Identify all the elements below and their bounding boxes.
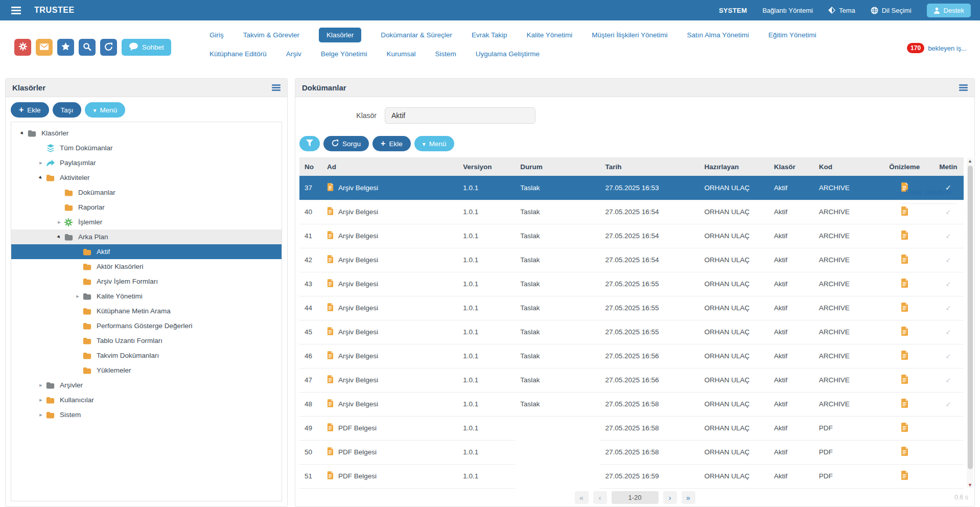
preview-document-icon[interactable] — [901, 474, 908, 481]
expand-toggle-icon[interactable]: ▸ — [73, 293, 83, 299]
document-row-50[interactable]: 50PDF Belgesi1.0.1Onay Bekliyor27.05.202… — [299, 440, 964, 464]
tab-kurumsal[interactable]: Kurumsal — [386, 50, 415, 58]
page-last-button[interactable]: » — [682, 491, 695, 504]
messages-button[interactable] — [36, 39, 53, 56]
filter-button[interactable] — [299, 136, 320, 151]
column-header-hazırlayan[interactable]: Hazırlayan — [699, 157, 769, 176]
tab-satın-alma-yönetimi[interactable]: Satın Alma Yönetimi — [687, 31, 749, 39]
language-link[interactable]: Dil Seçimi — [871, 7, 912, 14]
tab-kalite-yönetimi[interactable]: Kalite Yönetimi — [526, 31, 572, 39]
query-button[interactable]: Sorgu — [323, 136, 369, 151]
scrollbar-thumb[interactable] — [968, 166, 973, 469]
tree-node-klasörler[interactable]: ▸Klasörler — [11, 126, 282, 141]
document-row-43[interactable]: 43Arşiv Belgesi1.0.1Taslak27.05.2025 16:… — [299, 272, 964, 296]
document-row-46[interactable]: 46Arşiv Belgesi1.0.1Taslak27.05.2025 16:… — [299, 344, 964, 368]
current-user[interactable]: SYSTEM — [719, 7, 747, 14]
expand-toggle-icon[interactable]: ▸ — [36, 397, 46, 403]
tree-node-kullanıcılar[interactable]: ▸Kullanıcılar — [11, 393, 282, 407]
chat-button[interactable]: Sohbet — [122, 39, 171, 56]
document-row-49[interactable]: 49PDF Belgesi1.0.1Onay Bekliyor27.05.202… — [299, 416, 964, 440]
collapse-toggle-icon[interactable]: ▸ — [35, 172, 46, 183]
scroll-down-icon[interactable] — [967, 481, 973, 489]
add-document-button[interactable]: Ekle — [372, 136, 411, 151]
document-row-44[interactable]: 44Arşiv Belgesi1.0.1Taslak27.05.2025 16:… — [299, 296, 964, 320]
tab-sistem[interactable]: Sistem — [435, 50, 456, 58]
tab-dokümanlar-süreçler[interactable]: Dokümanlar & Süreçler — [381, 31, 452, 39]
collapse-toggle-icon[interactable]: ▸ — [16, 127, 28, 139]
tab-giriş[interactable]: Giriş — [209, 31, 224, 39]
tree-node-aktör-klasörleri[interactable]: Aktör Klasörleri — [11, 259, 282, 274]
tree-node-tüm-dokümanlar[interactable]: Tüm Dokümanlar — [11, 141, 282, 155]
preview-document-icon[interactable] — [901, 282, 908, 289]
tab-klasörler[interactable]: Klasörler — [319, 28, 361, 42]
tree-node-tablo-uzantı-formları[interactable]: Tablo Uzantı Formları — [11, 333, 282, 348]
tree-node-aktiviteler[interactable]: ▸Aktiviteler — [11, 170, 282, 185]
column-header-önizleme[interactable]: Önizleme — [876, 157, 933, 176]
scroll-up-icon[interactable] — [967, 157, 973, 165]
column-header-versiyon[interactable]: Versiyon — [458, 157, 515, 176]
expand-toggle-icon[interactable]: ▸ — [54, 219, 64, 225]
tab-arşiv[interactable]: Arşiv — [286, 50, 301, 58]
column-header-durum[interactable]: Durum — [515, 157, 600, 176]
move-folder-button[interactable]: Taşı — [53, 102, 82, 118]
column-header-klasör[interactable]: Klasör — [769, 157, 814, 176]
documents-panel-menu-icon[interactable] — [959, 84, 968, 91]
document-row-45[interactable]: 45Arşiv Belgesi1.0.1Taslak27.05.2025 16:… — [299, 320, 964, 344]
tree-node-arka-plan[interactable]: ▸Arka Plan — [11, 229, 282, 244]
refresh-button[interactable] — [100, 39, 117, 56]
tab-müşteri-i-lişkileri-yönetimi[interactable]: Müşteri İlişkileri Yönetimi — [592, 31, 667, 39]
tree-node-paylaşımlar[interactable]: ▸Paylaşımlar — [11, 155, 282, 170]
column-header-tarih[interactable]: Tarih — [600, 157, 699, 176]
document-row-37[interactable]: 37Arşiv Belgesi1.0.1Taslak27.05.2025 16:… — [299, 176, 964, 200]
tree-node-raporlar[interactable]: Raporlar — [11, 200, 282, 215]
page-prev-button[interactable]: ‹ — [593, 491, 607, 504]
collapse-toggle-icon[interactable]: ▸ — [53, 231, 65, 243]
expand-toggle-icon[interactable]: ▸ — [36, 159, 46, 166]
preview-document-icon[interactable] — [901, 330, 908, 337]
document-row-48[interactable]: 48Arşiv Belgesi1.0.1Taslak27.05.2025 16:… — [299, 392, 964, 416]
preview-document-icon[interactable] — [901, 426, 908, 433]
tree-node-sistem[interactable]: ▸Sistem — [11, 407, 282, 422]
settings-button[interactable] — [14, 39, 31, 56]
preview-document-icon[interactable] — [901, 450, 908, 457]
support-button[interactable]: Destek — [927, 4, 971, 17]
document-row-41[interactable]: 41Arşiv Belgesi1.0.1Taslak27.05.2025 16:… — [299, 224, 964, 248]
document-row-40[interactable]: 40Arşiv Belgesi1.0.1Taslak27.05.2025 16:… — [299, 200, 964, 224]
page-next-button[interactable]: › — [663, 491, 677, 504]
column-header-ad[interactable]: Ad — [322, 157, 458, 176]
tree-node-aktif[interactable]: Aktif — [11, 244, 282, 259]
tree-node-arşivler[interactable]: ▸Arşivler — [11, 378, 282, 393]
expand-toggle-icon[interactable]: ▸ — [36, 411, 46, 418]
tab-evrak-takip[interactable]: Evrak Takip — [472, 31, 507, 39]
folder-filter-input[interactable] — [385, 107, 535, 124]
table-scrollbar[interactable] — [967, 157, 973, 489]
tree-node-kütüphane-metin-arama[interactable]: Kütüphane Metin Arama — [11, 304, 282, 318]
tab-eğitim-yönetimi[interactable]: Eğitim Yönetimi — [768, 31, 816, 39]
expand-toggle-icon[interactable]: ▸ — [36, 382, 46, 388]
menu-hamburger-icon[interactable] — [11, 7, 21, 14]
tree-node-dokümanlar[interactable]: Dokümanlar — [11, 185, 282, 200]
folders-panel-menu-icon[interactable] — [272, 84, 281, 91]
tab-belge-yönetimi[interactable]: Belge Yönetimi — [321, 50, 367, 58]
tree-node-arşiv-i-şlem-formları[interactable]: Arşiv İşlem Formları — [11, 274, 282, 289]
document-row-51[interactable]: 51PDF Belgesi1.0.1Onay Bekliyor27.05.202… — [299, 464, 964, 488]
column-header-metin[interactable]: Metin — [933, 157, 964, 176]
preview-document-icon[interactable] — [901, 402, 908, 409]
tree-node-i-şlemler[interactable]: ▸İşlemler — [11, 215, 282, 229]
tree-node-yüklemeler[interactable]: Yüklemeler — [11, 363, 282, 378]
preview-document-icon[interactable] — [901, 234, 908, 241]
preview-document-icon[interactable] — [901, 378, 908, 385]
column-header-no[interactable]: No — [299, 157, 322, 176]
tree-node-takvim-dokümanları[interactable]: Takvim Dokümanları — [11, 348, 282, 363]
search-button[interactable] — [79, 39, 96, 56]
tab-uygulama-geliştirme[interactable]: Uygulama Geliştirme — [476, 50, 540, 58]
favorites-button[interactable] — [57, 39, 74, 56]
tree-node-kalite-yönetimi[interactable]: ▸Kalite Yönetimi — [11, 289, 282, 304]
preview-document-icon[interactable] — [901, 210, 908, 217]
preview-document-icon[interactable] — [901, 258, 908, 265]
tree-node-performans-gösterge-değerleri[interactable]: Performans Gösterge Değerleri — [11, 318, 282, 333]
add-folder-button[interactable]: Ekle — [11, 102, 49, 118]
page-range-button[interactable]: 1-20 — [612, 491, 659, 504]
preview-document-icon[interactable] — [901, 306, 908, 313]
page-first-button[interactable]: « — [575, 491, 589, 504]
